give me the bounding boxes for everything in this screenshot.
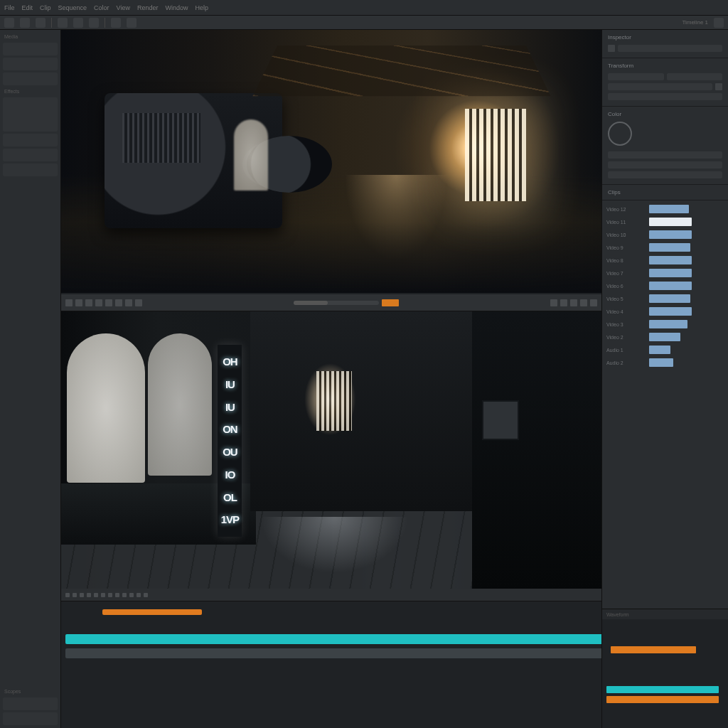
layer-duration-bar[interactable] (649, 282, 692, 290)
layer-item[interactable]: Video 6 (606, 280, 724, 291)
zoom-out-icon[interactable] (550, 299, 557, 306)
layer-item[interactable]: Video 5 (606, 293, 724, 304)
layer-item[interactable]: Video 10 (606, 229, 724, 240)
go-end-icon[interactable] (105, 299, 112, 306)
effects-item[interactable] (3, 134, 58, 146)
tool-mark-in[interactable] (73, 18, 83, 28)
layer-item[interactable]: Video 11 (606, 216, 724, 228)
media-item[interactable] (3, 73, 58, 85)
position-y-field[interactable] (667, 73, 723, 80)
layer-item[interactable]: Video 4 (606, 306, 724, 317)
layer-duration-bar[interactable] (649, 346, 670, 354)
color-wheel[interactable] (608, 122, 632, 146)
layer-item[interactable]: Video 7 (606, 267, 724, 279)
grid-icon[interactable] (570, 299, 577, 306)
layer-duration-bar[interactable] (649, 320, 687, 328)
tool-snap[interactable] (111, 18, 121, 28)
gamma-field[interactable] (608, 161, 722, 168)
link-icon[interactable] (715, 83, 722, 90)
tool-select[interactable] (4, 18, 14, 28)
menu-view[interactable]: View (117, 4, 130, 11)
mini-timeline-clip[interactable] (606, 696, 719, 703)
left-section-media[interactable]: Media (3, 33, 58, 41)
timeline-track[interactable] (61, 633, 601, 646)
tool-blade[interactable] (36, 18, 46, 28)
layer-duration-bar[interactable] (649, 205, 689, 213)
lightboard-row: IU (225, 401, 235, 413)
menu-window[interactable]: Window (166, 4, 188, 11)
effects-list[interactable] (3, 97, 58, 132)
step-back-icon[interactable] (75, 299, 82, 306)
menu-edit[interactable]: Edit (22, 4, 33, 11)
layer-duration-bar[interactable] (649, 307, 692, 316)
media-item[interactable] (3, 58, 58, 70)
mini-timeline-tracks[interactable] (602, 619, 728, 728)
left-section-scopes[interactable]: Scopes (3, 687, 58, 695)
layer-list[interactable]: Video 12Video 11Video 10Video 9Video 8Vi… (602, 200, 728, 609)
timeline-track[interactable] (61, 606, 601, 619)
play-icon[interactable] (85, 299, 92, 306)
tool-move[interactable] (20, 18, 30, 28)
effects-item[interactable] (3, 149, 58, 161)
tool-mark-out[interactable] (89, 18, 99, 28)
layer-item[interactable]: Video 9 (606, 242, 724, 253)
scope-toggle[interactable] (3, 712, 58, 725)
menu-file[interactable]: File (4, 4, 15, 11)
lightboard-row: IO (225, 469, 235, 481)
timeline-clip[interactable] (102, 609, 202, 615)
gain-field[interactable] (608, 171, 722, 178)
timeline-clip[interactable] (65, 648, 601, 658)
lock-icon[interactable] (608, 45, 615, 52)
layer-duration-bar[interactable] (649, 218, 692, 226)
clip-name-field[interactable] (618, 45, 722, 52)
menu-render[interactable]: Render (137, 4, 159, 11)
menu-sequence[interactable]: Sequence (58, 4, 87, 11)
timeline-tracks[interactable] (61, 601, 601, 728)
effects-item[interactable] (3, 164, 58, 176)
menu-color[interactable]: Color (94, 4, 109, 11)
time-ruler[interactable] (61, 589, 601, 601)
media-browser[interactable] (3, 43, 58, 55)
scope-toggle[interactable] (3, 697, 58, 710)
position-x-field[interactable] (608, 73, 664, 80)
mini-timeline-clip[interactable] (611, 646, 696, 653)
safe-area-icon[interactable] (580, 299, 587, 306)
tool-ripple[interactable] (127, 18, 136, 28)
mini-timeline-clip[interactable] (606, 686, 719, 693)
lift-field[interactable] (608, 151, 722, 159)
layer-duration-bar[interactable] (649, 358, 673, 367)
timeline-clip[interactable] (65, 634, 601, 644)
scale-field[interactable] (608, 83, 712, 90)
layer-duration-bar[interactable] (649, 230, 692, 239)
viewer-settings-icon[interactable] (590, 299, 597, 306)
settings-icon[interactable] (714, 18, 724, 28)
zoom-in-icon[interactable] (560, 299, 567, 306)
layer-item[interactable]: Video 12 (606, 203, 724, 215)
layer-duration-bar[interactable] (649, 269, 692, 277)
layer-item[interactable]: Audio 1 (606, 344, 724, 355)
layer-duration-bar[interactable] (649, 243, 690, 252)
layer-item[interactable]: Audio 2 (606, 357, 724, 368)
menu-clip[interactable]: Clip (40, 4, 51, 11)
mute-icon[interactable] (125, 299, 132, 306)
record-button[interactable] (382, 299, 399, 306)
layer-duration-bar[interactable] (649, 294, 690, 303)
viewer-b[interactable]: OH IU IU ON OU IO OL 1VP (61, 311, 601, 589)
layer-item[interactable]: Video 8 (606, 255, 724, 266)
menu-help[interactable]: Help (196, 4, 209, 11)
layer-duration-bar[interactable] (649, 333, 680, 341)
fullscreen-icon[interactable] (135, 299, 142, 306)
progress-slider[interactable] (294, 301, 379, 305)
viewer-a[interactable] (61, 30, 601, 293)
loop-icon[interactable] (115, 299, 122, 306)
go-start-icon[interactable] (65, 299, 73, 306)
layer-duration-bar[interactable] (649, 256, 692, 264)
left-section-effects[interactable]: Effects (3, 87, 58, 95)
tool-link[interactable] (58, 18, 68, 28)
layer-item[interactable]: Video 2 (606, 331, 724, 343)
scene2-dark-wall (472, 311, 601, 589)
layer-item[interactable]: Video 3 (606, 318, 724, 330)
step-fwd-icon[interactable] (95, 299, 102, 306)
timeline-track[interactable] (61, 647, 601, 660)
rotation-field[interactable] (608, 93, 722, 100)
